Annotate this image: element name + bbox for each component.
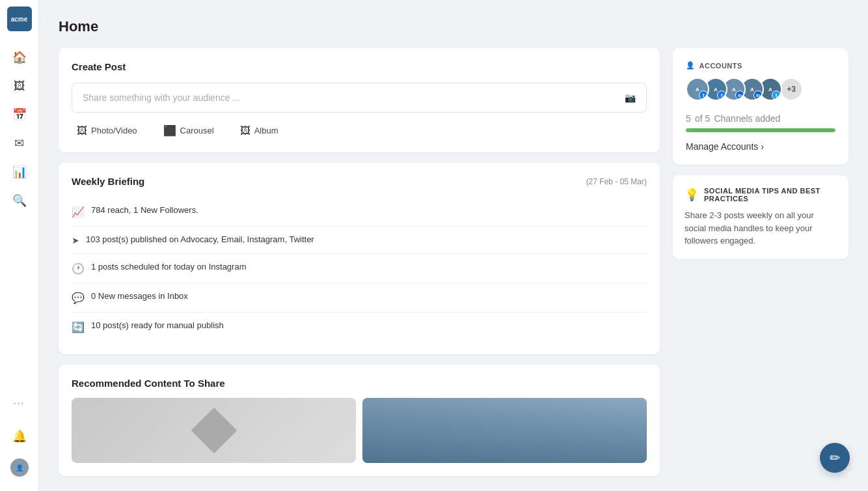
account-avatars: A f A f A in A in [686, 77, 835, 101]
badge-fb-1: f [699, 91, 708, 100]
badge-tw-1: t [772, 91, 781, 100]
briefing-reach-item: 📈 784 reach, 1 New Followers. [72, 197, 647, 227]
badge-li-2: in [753, 91, 763, 100]
sidebar-item-calendar[interactable]: 📅 [7, 102, 33, 128]
reach-icon: 📈 [72, 206, 85, 218]
sidebar-item-analytics[interactable]: 📊 [7, 159, 33, 185]
app-logo[interactable]: acme [7, 7, 32, 31]
briefing-title: Weekly Briefing [72, 176, 144, 187]
briefing-date: (27 Feb - 05 Mar) [586, 177, 647, 186]
manage-accounts-link[interactable]: Manage Accounts › [686, 141, 835, 152]
tips-header: 💡 SOCIAL MEDIA TIPS AND BEST PRACTICES [685, 187, 837, 203]
manual-icon: 🔄 [72, 321, 85, 333]
photo-video-option[interactable]: 🖼 Photo/Video [72, 122, 142, 139]
album-icon: 🖼 [240, 125, 251, 137]
photo-video-icon: 🖼 [77, 125, 87, 137]
briefing-manual-item: 🔄 10 post(s) ready for manual publish [72, 313, 647, 341]
create-post-input[interactable]: Share something with your audience ... 📷 [72, 83, 647, 113]
recommended-title: Recommended Content To Share [72, 378, 647, 389]
briefing-scheduled-item: 🕐 1 posts scheduled for today on Instagr… [72, 254, 647, 283]
post-options: 🖼 Photo/Video ⬛ Carousel 🖼 Album [72, 122, 647, 139]
sidebar-item-inbox[interactable]: ✉ [7, 130, 33, 156]
briefing-header: Weekly Briefing (27 Feb - 05 Mar) [72, 176, 647, 187]
tips-card: 💡 SOCIAL MEDIA TIPS AND BEST PRACTICES S… [673, 175, 848, 259]
accounts-label: 👤 ACCOUNTS [686, 61, 835, 70]
badge-fb-2: f [717, 91, 726, 100]
recommended-grid [72, 398, 647, 463]
sidebar-item-home[interactable]: 🏠 [7, 44, 33, 70]
account-avatar-1[interactable]: A f [686, 77, 709, 101]
left-column: Create Post Share something with your au… [59, 48, 660, 476]
recommended-card: Recommended Content To Share [59, 365, 660, 476]
sidebar-item-bell[interactable]: 🔔 [7, 423, 33, 449]
sidebar: acme 🏠 🖼 📅 ✉ 📊 🔍 ··· 🔔 👤 [0, 0, 39, 491]
create-post-card: Create Post Share something with your au… [59, 48, 660, 152]
content-layout: Create Post Share something with your au… [59, 48, 848, 476]
accounts-card: 👤 ACCOUNTS A f A f A in [673, 48, 848, 165]
chevron-right-icon: › [761, 141, 764, 152]
badge-li-1: in [735, 91, 744, 100]
channels-progress-bar [686, 128, 835, 132]
right-column: 👤 ACCOUNTS A f A f A in [673, 48, 848, 259]
rec-card-1[interactable] [72, 398, 356, 463]
page-title: Home [59, 18, 848, 35]
album-option[interactable]: 🖼 Album [235, 122, 284, 139]
camera-icon[interactable]: 📷 [625, 92, 636, 103]
main-content: Home Create Post Share something with yo… [39, 0, 868, 491]
sidebar-item-search[interactable]: 🔍 [7, 188, 33, 214]
sidebar-bottom: ··· 🔔 👤 [7, 389, 33, 484]
carousel-icon: ⬛ [163, 124, 176, 137]
channels-progress-fill [686, 128, 835, 132]
fab-edit-icon: ✏ [830, 450, 841, 466]
user-avatar[interactable]: 👤 [9, 457, 30, 478]
channels-count: 5 of 5 Channels added [686, 109, 835, 126]
briefing-published-item: ➤ 103 post(s) published on Advocacy, Ema… [72, 227, 647, 254]
messages-icon: 💬 [72, 292, 85, 304]
scheduled-icon: 🕐 [72, 262, 85, 275]
published-icon: ➤ [72, 235, 79, 245]
sidebar-item-gallery[interactable]: 🖼 [7, 73, 33, 99]
briefing-messages-item: 💬 0 New messages in Inbox [72, 283, 647, 313]
bulb-icon: 💡 [685, 188, 699, 202]
tips-text: Share 2-3 posts weekly on all your socia… [685, 209, 837, 247]
fab-button[interactable]: ✏ [820, 443, 850, 473]
tips-title: SOCIAL MEDIA TIPS AND BEST PRACTICES [704, 187, 837, 203]
sidebar-item-more[interactable]: ··· [7, 389, 33, 415]
accounts-person-icon: 👤 [686, 61, 696, 70]
create-post-title: Create Post [72, 61, 647, 72]
carousel-option[interactable]: ⬛ Carousel [158, 122, 219, 139]
weekly-briefing-card: Weekly Briefing (27 Feb - 05 Mar) 📈 784 … [59, 163, 660, 354]
accounts-more-count: +3 [780, 77, 803, 101]
rec-card-2[interactable] [362, 398, 647, 463]
